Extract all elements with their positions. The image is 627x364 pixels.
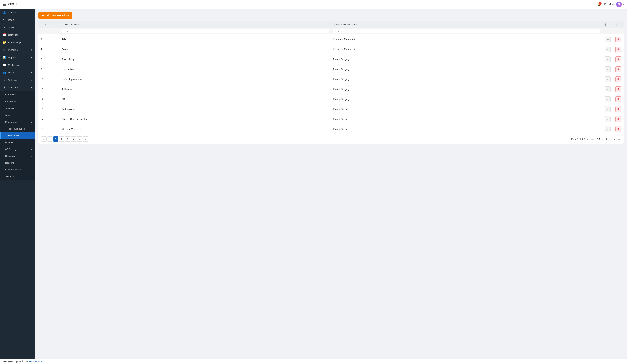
pagination-info: Page 1 of 4 (31 items) 10 25 50 items pe… bbox=[571, 137, 621, 141]
delete-button-1[interactable]: 🗑 bbox=[616, 46, 621, 52]
sidebar-item-stages[interactable]: Stages bbox=[0, 112, 35, 119]
cell-procedure-type-5: Plastic Surgery bbox=[331, 84, 603, 94]
user-info[interactable]: Moris M ▾ bbox=[609, 1, 624, 7]
contacts-icon: 👤 bbox=[3, 11, 6, 14]
sidebar-item-marketing[interactable]: 💬 Marketing bbox=[0, 61, 35, 69]
filter-text-procedure[interactable] bbox=[69, 30, 327, 32]
reports-icon: 📊 bbox=[3, 56, 6, 59]
sidebar-item-calendar-labels[interactable]: Calendar Labels bbox=[0, 166, 35, 173]
settings-icon: ⚙ bbox=[3, 78, 6, 82]
edit-button-4[interactable]: ✏ bbox=[605, 76, 611, 82]
col-header-procedure-type[interactable]: ⋮ PROCEDURE TYPE bbox=[331, 21, 603, 28]
sidebar-label-procedures: Procedures bbox=[8, 134, 32, 137]
sidebar: 👤 Contacts 🏷 Deals ✓ Tasks 📅 Calendar 📁 … bbox=[0, 9, 35, 359]
diseases-arrow-icon: ▾ bbox=[31, 155, 32, 157]
edit-button-5[interactable]: ✏ bbox=[605, 86, 611, 92]
privacy-policy-link[interactable]: Privacy Policy bbox=[29, 360, 42, 363]
edit-button-9[interactable]: ✏ bbox=[605, 126, 611, 132]
sidebar-item-deals[interactable]: 🏷 Deals bbox=[0, 16, 35, 24]
delete-button-2[interactable]: 🗑 bbox=[616, 56, 621, 62]
sidebar-item-calendar[interactable]: 📅 Calendar bbox=[0, 31, 35, 39]
sidebar-item-procedures-group[interactable]: Procedures ▴ bbox=[0, 119, 35, 125]
sidebar-label-procedure-types: Procedure Types bbox=[8, 128, 32, 130]
filter-cell-delete bbox=[613, 28, 624, 35]
pagination-prev-button[interactable]: ‹ bbox=[47, 136, 52, 142]
sidebar-item-tasks[interactable]: ✓ Tasks bbox=[0, 24, 35, 31]
add-new-procedure-button[interactable]: ⊕ Add New Procedure bbox=[39, 12, 72, 19]
per-page-select[interactable]: 10 25 50 bbox=[595, 137, 604, 141]
sidebar-item-templates[interactable]: Templates bbox=[0, 173, 35, 180]
cell-procedure-type-9: Plastic Surgery bbox=[331, 124, 603, 134]
delete-button-9[interactable]: 🗑 bbox=[616, 126, 621, 132]
users-icon: 👥 bbox=[3, 71, 6, 74]
sidebar-item-currencies[interactable]: Currencies bbox=[0, 91, 35, 98]
pagination-first-button[interactable]: « bbox=[41, 136, 47, 142]
pagination-last-button[interactable]: » bbox=[83, 136, 88, 142]
sidebar-item-reasons[interactable]: Reasons bbox=[0, 159, 35, 166]
cell-id-1: 4 bbox=[39, 45, 59, 54]
sidebar-item-products[interactable]: 🛒 Products ▾ bbox=[0, 46, 35, 54]
delete-button-5[interactable]: 🗑 bbox=[616, 86, 621, 92]
sidebar-label-doctors: Doctors bbox=[5, 141, 32, 144]
col-more-icon-1[interactable]: ⋮ bbox=[605, 23, 607, 26]
table-row: 14 Double Chin Liposuction Plastic Surge… bbox=[39, 114, 624, 124]
pagination-page-1[interactable]: 1 bbox=[53, 136, 58, 142]
col-header-procedure[interactable]: ⋮ PROCEDURE bbox=[59, 21, 331, 28]
sidebar-item-contacts[interactable]: 👤 Contacts bbox=[0, 9, 35, 16]
sidebar-item-ad-settings[interactable]: AD Settings ▾ bbox=[0, 146, 35, 153]
hamburger-icon[interactable]: ☰ bbox=[3, 2, 6, 6]
filter-text-procedure-type[interactable] bbox=[341, 30, 599, 32]
app-title: CRM UI bbox=[8, 3, 17, 6]
cell-edit-6: ✏ bbox=[603, 94, 613, 104]
sidebar-label-file-storage: File Storage bbox=[8, 41, 32, 44]
delete-button-7[interactable]: 🗑 bbox=[616, 106, 621, 112]
edit-button-0[interactable]: ✏ bbox=[605, 37, 611, 42]
edit-button-6[interactable]: ✏ bbox=[605, 96, 611, 102]
delete-button-0[interactable]: 🗑 bbox=[616, 37, 621, 42]
sidebar-item-constants[interactable]: ⚙ Constants ▴ bbox=[0, 84, 35, 91]
pagination-page-3[interactable]: 3 bbox=[65, 136, 70, 142]
cell-procedure-3: Liposuction bbox=[59, 64, 331, 74]
filter-cell-procedure: ▼ *a* bbox=[59, 28, 331, 35]
delete-button-6[interactable]: 🗑 bbox=[616, 96, 621, 102]
sidebar-item-procedure-types[interactable]: Procedure Types bbox=[0, 125, 35, 132]
filter-input-procedure-type[interactable]: ▼ *a* bbox=[333, 29, 600, 33]
notification-button[interactable]: 🔔 1 bbox=[598, 3, 601, 6]
sidebar-item-languages[interactable]: Languages bbox=[0, 98, 35, 105]
col-header-delete-action: ⋮ bbox=[613, 21, 624, 28]
cell-id-8: 14 bbox=[39, 114, 59, 124]
col-header-id[interactable]: ⋮ ID bbox=[39, 21, 59, 28]
sidebar-item-settings[interactable]: ⚙ Settings ▾ bbox=[0, 76, 35, 84]
cell-edit-0: ✏ bbox=[603, 35, 613, 45]
delete-button-8[interactable]: 🗑 bbox=[616, 116, 621, 122]
delete-button-3[interactable]: 🗑 bbox=[616, 66, 621, 72]
cell-delete-6: 🗑 bbox=[613, 94, 624, 104]
sidebar-item-statuses[interactable]: Statuses bbox=[0, 105, 35, 112]
cell-edit-2: ✏ bbox=[603, 54, 613, 64]
filter-input-procedure[interactable]: ▼ *a* bbox=[62, 29, 329, 33]
pagination-page-2[interactable]: 2 bbox=[59, 136, 64, 142]
edit-button-3[interactable]: ✏ bbox=[605, 66, 611, 72]
edit-button-8[interactable]: ✏ bbox=[605, 116, 611, 122]
pagination-next-button[interactable]: › bbox=[77, 136, 82, 142]
sidebar-item-reports[interactable]: 📊 Reports ▾ bbox=[0, 54, 35, 61]
edit-button-7[interactable]: ✏ bbox=[605, 106, 611, 112]
pagination-page-4[interactable]: 4 bbox=[71, 136, 76, 142]
content-area: ⊕ Add New Procedure ⋮ ID bbox=[35, 9, 627, 359]
edit-button-2[interactable]: ✏ bbox=[605, 56, 611, 62]
sidebar-label-templates: Templates bbox=[5, 175, 32, 178]
drag-icon-procedure: ⋮ bbox=[62, 23, 64, 26]
sidebar-label-languages: Languages bbox=[5, 100, 32, 103]
sidebar-item-doctors[interactable]: Doctors bbox=[0, 139, 35, 146]
sidebar-item-procedures[interactable]: Procedures bbox=[0, 132, 35, 139]
pagination-buttons: « ‹ 1 2 3 4 › » bbox=[41, 136, 88, 142]
col-more-icon-2[interactable]: ⋮ bbox=[615, 23, 617, 26]
delete-button-4[interactable]: 🗑 bbox=[616, 76, 621, 82]
mail-button[interactable]: ✉ bbox=[603, 2, 606, 6]
constants-icon: ⚙ bbox=[3, 86, 6, 89]
sidebar-item-users[interactable]: 👥 Users ▾ bbox=[0, 69, 35, 76]
cell-delete-0: 🗑 bbox=[613, 35, 624, 45]
edit-button-1[interactable]: ✏ bbox=[605, 46, 611, 52]
sidebar-item-file-storage[interactable]: 📁 File Storage bbox=[0, 39, 35, 46]
sidebar-item-diseases[interactable]: Diseases ▾ bbox=[0, 153, 35, 159]
